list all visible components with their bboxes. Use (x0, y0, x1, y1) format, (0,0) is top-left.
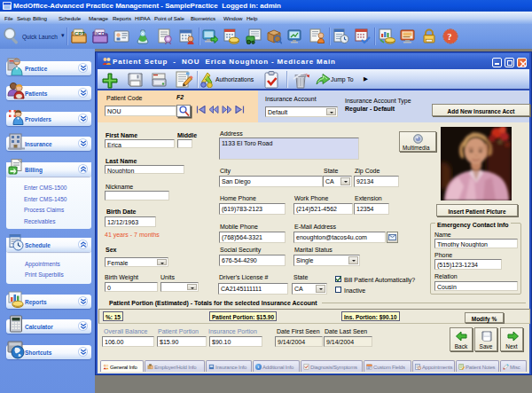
svg-text:?: ? (448, 32, 452, 42)
svg-text:i: i (258, 365, 260, 369)
